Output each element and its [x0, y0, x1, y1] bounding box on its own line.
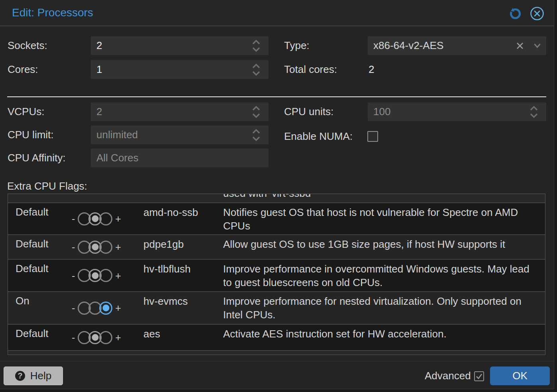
- spinner-up-icon: [252, 39, 260, 45]
- flag-value: Default: [8, 260, 64, 291]
- sockets-field: [91, 36, 269, 55]
- spinner-down-icon: [252, 47, 260, 52]
- cpu-flags-grid: used with 'virt-ssbd' Default - + amd-no…: [8, 194, 545, 355]
- extra-cpu-flags-label: Extra CPU Flags:: [7, 177, 87, 196]
- slider-position-on[interactable]: [99, 331, 112, 344]
- flag-name: amd-no-ssb: [143, 203, 223, 234]
- flag-tristate-slider[interactable]: - +: [72, 301, 121, 315]
- cpu-units-field: [368, 102, 546, 121]
- flag-description: Improve performance in overcommitted Win…: [223, 260, 545, 291]
- flag-tristate-slider[interactable]: - +: [72, 331, 121, 344]
- vcpus-field: [91, 102, 269, 121]
- cpu-units-label: CPU units:: [284, 102, 333, 121]
- help-button[interactable]: ? Help: [4, 367, 63, 385]
- flag-row[interactable]: Default - + pdpe1gb Allow guest OS to us…: [8, 235, 545, 260]
- sockets-spinner[interactable]: [249, 36, 263, 55]
- advanced-checkbox[interactable]: [474, 371, 484, 381]
- flag-tristate-slider[interactable]: - +: [72, 269, 121, 282]
- dialog-header: Edit: Processors: [0, 0, 554, 26]
- slider-position-on[interactable]: [99, 212, 112, 225]
- slider-minus-label: -: [72, 212, 75, 225]
- help-icon: ?: [15, 371, 25, 381]
- slider-plus-label: +: [115, 331, 121, 344]
- flag-row[interactable]: Default - + aes Activate AES instruction…: [8, 325, 545, 351]
- cpu-limit-spinner[interactable]: [249, 125, 263, 144]
- total-cores-value: 2: [369, 60, 374, 79]
- spinner-up-icon: [252, 129, 260, 134]
- slider-plus-label: +: [115, 240, 121, 254]
- reset-icon[interactable]: [510, 8, 521, 20]
- flag-description: Activate AES instruction set for HW acce…: [223, 325, 545, 350]
- slider-minus-label: -: [72, 240, 75, 254]
- cores-input[interactable]: [91, 60, 269, 79]
- slider-position-on[interactable]: [99, 302, 112, 315]
- spinner-down-icon: [252, 113, 260, 118]
- flag-row[interactable]: Default - + amd-no-ssb Notifies guest OS…: [8, 203, 545, 235]
- advanced-section-divider: [7, 96, 546, 97]
- flag-value: Default: [8, 325, 64, 350]
- spinner-up-icon: [530, 106, 538, 111]
- slider-plus-label: +: [115, 212, 121, 225]
- flag-row[interactable]: Default - + hv-tlbflush Improve performa…: [8, 260, 545, 292]
- cpu-affinity-input[interactable]: [91, 149, 269, 167]
- flag-name: aes: [143, 325, 223, 350]
- combo-expand-icon[interactable]: [534, 43, 541, 48]
- flag-name: pdpe1gb: [143, 235, 223, 259]
- spinner-up-icon: [252, 63, 260, 69]
- cpu-limit-input[interactable]: [91, 125, 269, 144]
- flag-tristate-slider[interactable]: - +: [72, 212, 121, 225]
- flag-row[interactable]: On - + hv-evmcs Improve performance for …: [8, 292, 545, 325]
- cpu-limit-field: [91, 125, 269, 144]
- flag-name: hv-evmcs: [143, 292, 223, 324]
- cpu-units-spinner[interactable]: [527, 102, 541, 121]
- flag-description: Allow guest OS to use 1GB size pages, if…: [223, 235, 545, 259]
- slider-minus-label: -: [72, 331, 75, 344]
- cpu-affinity-field: [91, 149, 269, 167]
- type-label: Type:: [284, 36, 310, 55]
- cpu-units-input[interactable]: [368, 102, 546, 121]
- enable-numa-label: Enable NUMA:: [284, 127, 353, 146]
- flag-description: used with 'virt-ssbd': [223, 194, 313, 200]
- vcpus-spinner[interactable]: [249, 102, 263, 121]
- flag-tristate-slider[interactable]: - +: [72, 240, 121, 254]
- cpu-affinity-label: CPU Affinity:: [8, 149, 65, 167]
- dialog-title: Edit: Processors: [12, 0, 93, 25]
- cores-label: Cores:: [8, 60, 38, 79]
- clear-icon[interactable]: [516, 42, 524, 49]
- spinner-up-icon: [252, 106, 260, 111]
- ok-button[interactable]: OK: [490, 367, 550, 385]
- flag-description: Notifies guest OS that host is not vulne…: [223, 203, 545, 234]
- slider-position-on[interactable]: [99, 241, 112, 254]
- edit-processors-dialog: Edit: Processors Sockets: Cores: VCPUs:: [0, 0, 554, 389]
- vcpus-label: VCPUs:: [8, 102, 44, 121]
- cores-field: [91, 60, 269, 79]
- advanced-label: Advanced: [425, 367, 471, 385]
- slider-plus-label: +: [115, 269, 121, 282]
- sockets-label: Sockets:: [8, 36, 47, 55]
- close-icon[interactable]: [530, 6, 544, 21]
- flag-value: Default: [8, 203, 64, 234]
- flag-name: hv-tlbflush: [143, 260, 223, 291]
- flag-value: On: [8, 292, 64, 324]
- type-combo: [368, 36, 546, 55]
- vcpus-input[interactable]: [91, 102, 269, 121]
- flag-value: Default: [8, 235, 64, 259]
- slider-minus-label: -: [72, 269, 75, 282]
- enable-numa-checkbox[interactable]: [367, 131, 378, 142]
- slider-minus-label: -: [72, 301, 75, 315]
- cores-spinner[interactable]: [249, 60, 263, 79]
- flag-row-partial[interactable]: used with 'virt-ssbd': [8, 194, 545, 203]
- flag-description: Improve performance for nested virtualiz…: [223, 292, 545, 324]
- spinner-down-icon: [252, 71, 260, 76]
- slider-plus-label: +: [115, 301, 121, 315]
- total-cores-label: Total cores:: [284, 60, 337, 79]
- spinner-down-icon: [252, 136, 260, 141]
- cpu-limit-label: CPU limit:: [8, 125, 54, 144]
- spinner-down-icon: [530, 113, 538, 118]
- sockets-input[interactable]: [91, 36, 269, 55]
- slider-position-on[interactable]: [99, 269, 112, 282]
